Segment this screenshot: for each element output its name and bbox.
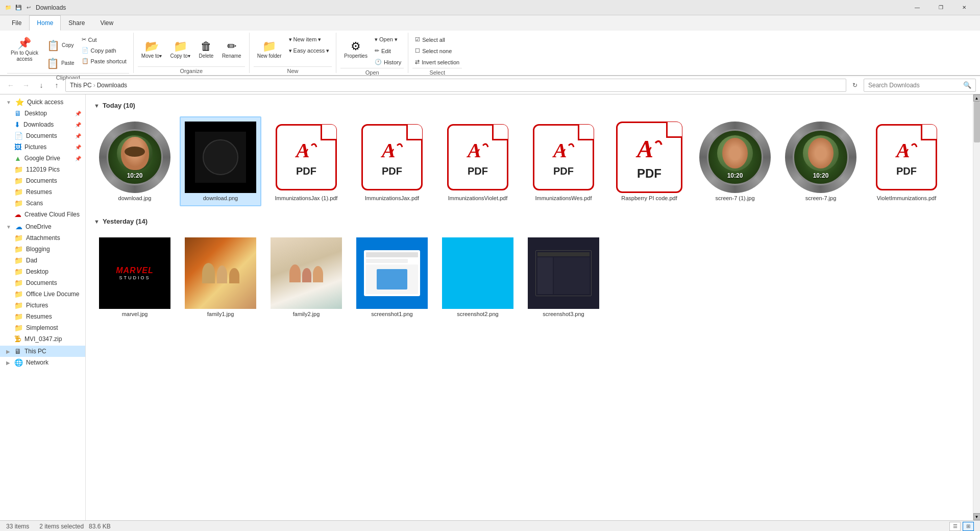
path-thispc[interactable]: This PC: [70, 82, 92, 89]
pin-indicator-4: 📌: [75, 144, 81, 150]
edit-button[interactable]: ✏ Edit: [372, 46, 404, 56]
sidebar-item-od-pictures[interactable]: 📁 Pictures: [0, 300, 85, 311]
sidebar-item-pictures[interactable]: 🖼 Pictures 📌: [0, 141, 85, 153]
file-name-family1: family1.jpg: [207, 311, 234, 317]
address-path[interactable]: This PC › Downloads: [65, 79, 846, 92]
move-to-button[interactable]: 📂 Move to▾: [138, 35, 166, 65]
sidebar-item-simplemost[interactable]: 📁 Simplemost: [0, 322, 85, 333]
folder-icon-4: 📁: [14, 188, 23, 196]
paste-shortcut-button[interactable]: 📋 Paste shortcut: [79, 56, 129, 66]
sidebar-item-officelive[interactable]: 📁 Office Live Docume: [0, 288, 85, 300]
file-item-family2[interactable]: family2.jpg: [265, 232, 347, 322]
select-all-button[interactable]: ☑ Select all: [412, 35, 462, 44]
copy-button[interactable]: 📋 Copy: [43, 37, 78, 54]
folder-blogging-icon: 📁: [14, 245, 23, 253]
file-item-screenshot2[interactable]: screenshot2.png: [437, 232, 519, 322]
file-item-selected[interactable]: download.png: [180, 116, 261, 206]
file-item-pdf6[interactable]: A PDF VioletImmunizations.pdf: [866, 116, 947, 206]
ribbon-group-clipboard: 📌 Pin to Quickaccess 📋 Copy 📋 Paste: [3, 33, 134, 73]
file-item-family1[interactable]: family1.jpg: [180, 232, 261, 322]
scroll-down-button[interactable]: ▼: [973, 513, 981, 520]
status-bar: 33 items 2 items selected 83.6 KB ☰ ⊞: [0, 520, 980, 531]
easy-access-button[interactable]: ▾ Easy access ▾: [286, 46, 332, 56]
restore-button[interactable]: ❐: [929, 0, 952, 15]
refresh-button[interactable]: ↻: [848, 79, 862, 92]
up-button[interactable]: ↑: [50, 79, 63, 92]
folder-icon-2: 📁: [14, 165, 23, 174]
properties-button[interactable]: ⚙ Properties: [340, 35, 371, 65]
tab-share[interactable]: Share: [61, 15, 92, 31]
sidebar-item-googledrive[interactable]: ▲ Google Drive 📌: [0, 153, 85, 164]
large-icons-view-button[interactable]: ⊞: [963, 522, 974, 531]
file-item-pdf3[interactable]: A PDF ImmunizationsViolet.pdf: [437, 116, 519, 206]
copy-to-button[interactable]: 📁 Copy to▾: [166, 35, 193, 65]
details-view-button[interactable]: ☰: [949, 522, 961, 531]
forward-button[interactable]: →: [19, 79, 33, 92]
minimize-button[interactable]: —: [905, 0, 929, 15]
copy-path-button[interactable]: 📄 Copy path: [79, 45, 129, 55]
tab-file[interactable]: File: [4, 15, 29, 31]
sidebar-item-112019pics[interactable]: 📁 112019 Pics: [0, 164, 85, 175]
sidebar-item-documents[interactable]: 📄 Documents 📌: [0, 130, 85, 141]
paste-button[interactable]: 📋 Paste: [43, 55, 78, 72]
sidebar-item-od-documents[interactable]: 📁 Documents: [0, 277, 85, 288]
new-item-button[interactable]: ▾ New item ▾: [286, 35, 332, 44]
file-item[interactable]: 10:20 download.jpg: [94, 116, 176, 206]
sidebar-item-desktop[interactable]: 🖥 Desktop 📌: [0, 108, 85, 119]
history-label: History: [384, 59, 401, 65]
invert-selection-button[interactable]: ⇄ Invert selection: [412, 57, 462, 67]
delete-button[interactable]: 🗑 Delete: [195, 35, 217, 65]
select-none-button[interactable]: ☐ Select none: [412, 46, 462, 56]
back-button[interactable]: ←: [4, 79, 17, 92]
file-item-marvel[interactable]: MARVEL STUDIOS marvel.jpg: [94, 232, 176, 322]
network-label: Network: [26, 359, 48, 366]
close-button[interactable]: ✕: [952, 0, 976, 15]
tab-view[interactable]: View: [92, 15, 121, 31]
new-folder-button[interactable]: 📁 New folder: [254, 35, 285, 65]
scroll-up-button[interactable]: ▲: [973, 94, 981, 102]
file-item-pdf4[interactable]: A PDF ImmunizationsWes.pdf: [523, 116, 604, 206]
ribbon-group-organize: 📂 Move to▾ 📁 Copy to▾ 🗑 Delete ✏ Rename …: [134, 33, 250, 73]
yesterday-toggle[interactable]: ▼: [94, 219, 100, 225]
sidebar-item-docs2[interactable]: 📁 Documents: [0, 175, 85, 186]
file-item-screenshot1[interactable]: screenshot1.png: [351, 232, 433, 322]
sidebar-item-network[interactable]: ▶ 🌐 Network: [0, 357, 85, 368]
cut-button[interactable]: ✂ Cut: [79, 35, 129, 44]
sidebar-item-od-desktop[interactable]: 📁 Desktop: [0, 266, 85, 277]
file-item-watch2[interactable]: 10:20 screen-7 (1).jpg: [694, 116, 776, 206]
tab-home[interactable]: Home: [29, 15, 61, 31]
mvi-label: MVI_0347.zip: [24, 335, 62, 343]
sidebar-item-scans[interactable]: 📁 Scans: [0, 198, 85, 209]
search-input[interactable]: [868, 82, 963, 89]
sidebar-item-blogging[interactable]: 📁 Blogging: [0, 244, 85, 255]
sidebar-item-dad[interactable]: 📁 Dad: [0, 255, 85, 266]
sidebar-item-attachments[interactable]: 📁 Attachments: [0, 232, 85, 244]
search-box[interactable]: 🔍: [864, 79, 976, 92]
path-downloads[interactable]: Downloads: [97, 82, 127, 89]
file-thumb-screenshot3: [528, 237, 599, 309]
sidebar-item-resumes[interactable]: 📁 Resumes: [0, 186, 85, 198]
file-item-pdf5[interactable]: A PDF Raspberry PI code.pdf: [608, 116, 690, 206]
sidebar-item-downloads[interactable]: ⬇ Downloads 📌: [0, 119, 85, 130]
pin-to-quick-button[interactable]: 📌 Pin to Quickaccess: [7, 35, 42, 65]
sidebar-item-creativecloud[interactable]: ☁ Creative Cloud Files: [0, 209, 85, 220]
sidebar-item-onedrive[interactable]: ▼ ☁ OneDrive: [0, 221, 85, 232]
today-toggle[interactable]: ▼: [94, 103, 100, 109]
file-item-pdf1[interactable]: A PDF ImmunizationsJax (1).pdf: [265, 116, 347, 206]
sidebar-item-mvi[interactable]: 🗜 MVI_0347.zip: [0, 333, 85, 345]
file-thumb-pdf2: A PDF: [356, 122, 428, 193]
sidebar-item-quickaccess[interactable]: ▼ ⭐ Quick access: [0, 96, 85, 108]
recent-locations-button[interactable]: ↓: [35, 79, 48, 92]
sidebar-item-od-resumes[interactable]: 📁 Resumes: [0, 311, 85, 322]
open-button[interactable]: ▾ Open ▾: [372, 35, 404, 44]
rename-button[interactable]: ✏ Rename: [218, 35, 245, 65]
scroll-thumb[interactable]: [974, 102, 980, 142]
file-thumb-watch3: 10:20: [785, 122, 856, 193]
scrollbar[interactable]: ▲ ▼: [973, 94, 980, 520]
file-item-watch3[interactable]: 10:20 screen-7.jpg: [780, 116, 862, 206]
history-button[interactable]: 🕐 History: [372, 57, 404, 67]
sidebar-item-thispc[interactable]: ▶ 🖥 This PC: [0, 346, 85, 357]
file-item-pdf2[interactable]: A PDF ImmunizationsJax.pdf: [351, 116, 433, 206]
select-none-icon: ☐: [415, 47, 420, 54]
file-item-screenshot3[interactable]: screenshot3.png: [523, 232, 604, 322]
